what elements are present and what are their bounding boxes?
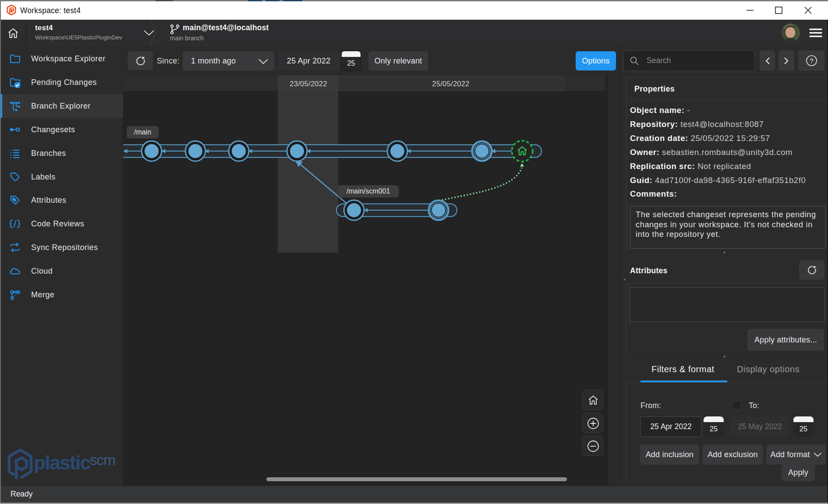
svg-text:23/05/2022: 23/05/2022 [290,80,327,88]
svg-text:?: ? [810,57,814,64]
svg-text:scm: scm [90,451,115,468]
svg-text:plastic: plastic [34,451,91,474]
svg-text:/main: /main [134,128,151,136]
svg-text:25/05/2022: 25/05/2022 [432,80,470,88]
svg-text:/main/scm001: /main/scm001 [347,187,390,195]
